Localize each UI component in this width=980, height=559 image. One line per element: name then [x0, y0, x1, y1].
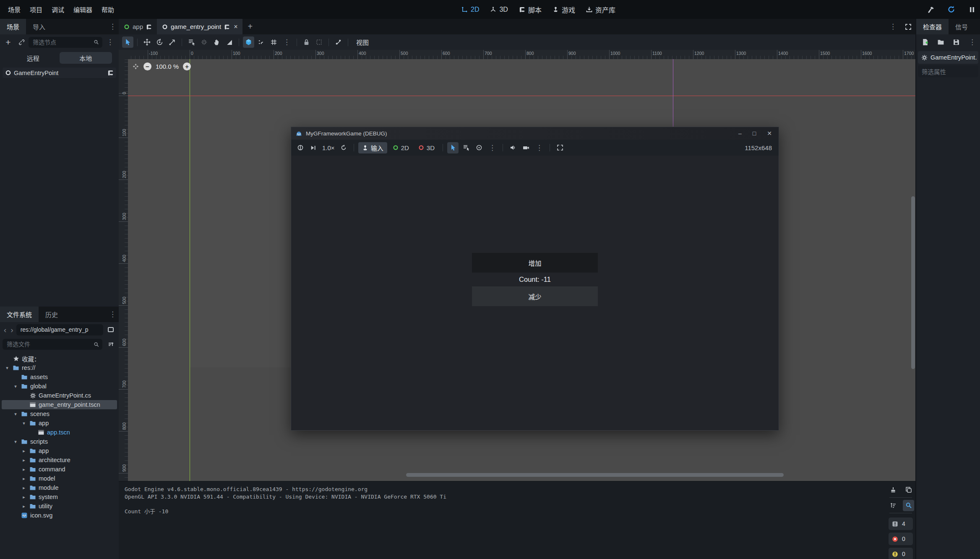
- expand-arrow-icon[interactable]: ▾: [4, 365, 10, 371]
- view-menu-button[interactable]: 视图: [352, 38, 373, 47]
- select-tool-button[interactable]: [122, 36, 133, 48]
- expand-arrow-icon[interactable]: ▾: [13, 384, 18, 389]
- tab-signals[interactable]: 信号: [949, 19, 975, 34]
- new-scene-tab-button[interactable]: +: [242, 19, 258, 34]
- edited-object-selector[interactable]: GameEntryPoint.: [918, 51, 978, 64]
- expand-arrow-icon[interactable]: ▸: [21, 467, 27, 472]
- expand-editor-icon[interactable]: [902, 21, 914, 32]
- scene-tree-menu-icon[interactable]: ⋮: [104, 39, 116, 46]
- game-select-tool-button[interactable]: [447, 142, 459, 153]
- error-count-badge[interactable]: 0: [889, 533, 913, 545]
- move-tool-button[interactable]: [141, 36, 153, 48]
- sort-files-icon[interactable]: [105, 339, 116, 350]
- collapse-duplicates-icon[interactable]: [887, 500, 899, 511]
- filter-files-input[interactable]: [6, 341, 91, 348]
- instance-scene-button[interactable]: [16, 36, 27, 48]
- expand-arrow-icon[interactable]: ▸: [21, 504, 27, 509]
- zoom-level[interactable]: 100.0 %: [156, 63, 179, 70]
- scene-tab-game-entry-point[interactable]: game_entry_point ×: [157, 19, 242, 34]
- filesystem-menu-icon[interactable]: ⋮: [107, 311, 119, 318]
- camera-override-icon[interactable]: [520, 142, 532, 153]
- file-tree-item[interactable]: ▾app: [2, 419, 117, 428]
- add-node-button[interactable]: +: [3, 36, 14, 48]
- camera-2d-button[interactable]: 2D: [389, 142, 413, 153]
- new-resource-icon[interactable]: [920, 36, 931, 48]
- file-tree-item[interactable]: ▸command: [2, 465, 117, 474]
- lock-node-button[interactable]: [301, 36, 312, 48]
- load-resource-icon[interactable]: [935, 36, 946, 48]
- save-resource-icon[interactable]: [951, 36, 962, 48]
- nav-forward-icon[interactable]: ›: [9, 326, 14, 334]
- mode-2d[interactable]: 2D: [461, 6, 479, 13]
- game-window-titlebar[interactable]: MyGFrameworkGame (DEBUG) – □ ✕: [291, 127, 779, 140]
- game-list-select-button[interactable]: [460, 142, 472, 153]
- maximize-window-button[interactable]: □: [753, 130, 756, 137]
- close-tab-icon[interactable]: ×: [233, 23, 237, 31]
- ruler-tool-button[interactable]: [224, 36, 235, 48]
- tab-history[interactable]: 历史: [39, 307, 65, 322]
- zoom-out-button[interactable]: −: [143, 62, 151, 70]
- camera-3d-button[interactable]: 3D: [414, 142, 438, 153]
- mode-3d[interactable]: 3D: [490, 6, 508, 13]
- skeleton-options-button[interactable]: [333, 36, 344, 48]
- camera-menu-icon[interactable]: ⋮: [533, 144, 545, 151]
- restart-game-icon[interactable]: [946, 4, 957, 15]
- scale-tool-button[interactable]: [167, 36, 178, 48]
- file-tree-item[interactable]: ▸utility: [2, 502, 117, 511]
- reset-speed-icon[interactable]: [338, 142, 349, 153]
- file-tree-item[interactable]: GameEntryPoint.cs: [2, 391, 117, 400]
- pan-tool-button[interactable]: [211, 36, 222, 48]
- expand-arrow-icon[interactable]: ▸: [21, 448, 27, 454]
- file-tree-item[interactable]: game_entry_point.tscn: [2, 400, 117, 409]
- file-tree-item[interactable]: ▸system: [2, 492, 117, 502]
- file-tree-item[interactable]: ▸app: [2, 446, 117, 455]
- mode-资产库[interactable]: 资产库: [586, 5, 615, 15]
- rotate-tool-button[interactable]: [154, 36, 165, 48]
- dock-menu-icon[interactable]: ⋮: [107, 23, 119, 30]
- mode-游戏[interactable]: 游戏: [553, 5, 575, 15]
- clear-output-icon[interactable]: [887, 484, 899, 496]
- zoom-in-button[interactable]: +: [183, 62, 191, 70]
- game-viewport[interactable]: 增加 Count: -11 减少: [291, 156, 779, 430]
- script-icon[interactable]: [107, 70, 114, 76]
- menu-item-1[interactable]: 项目: [25, 5, 47, 14]
- file-tree-item[interactable]: ▾scenes: [2, 409, 117, 419]
- menu-item-4[interactable]: 帮助: [97, 5, 119, 14]
- minimize-window-button[interactable]: –: [738, 130, 742, 137]
- grid-snap-dots-button[interactable]: [255, 36, 267, 48]
- input-mode-button[interactable]: 输入: [358, 142, 387, 153]
- split-view-icon[interactable]: [105, 324, 116, 335]
- tab-list-menu-icon[interactable]: ⋮: [887, 23, 899, 30]
- decrease-button[interactable]: 减少: [472, 286, 598, 306]
- snap-pixel-button[interactable]: [198, 36, 210, 48]
- debug-tool-icon[interactable]: [925, 4, 936, 15]
- expand-arrow-icon[interactable]: ▸: [21, 494, 27, 500]
- search-output-icon[interactable]: [903, 500, 914, 511]
- snap-options-menu-icon[interactable]: ⋮: [281, 39, 293, 46]
- center-view-icon[interactable]: [132, 63, 139, 70]
- file-tree-item[interactable]: ▸model: [2, 474, 117, 483]
- file-tree-item[interactable]: ▾global: [2, 382, 117, 391]
- expand-arrow-icon[interactable]: ▾: [21, 421, 27, 426]
- tab-import[interactable]: 导入: [26, 19, 52, 34]
- horizontal-scrollbar[interactable]: [406, 473, 784, 477]
- expand-arrow-icon[interactable]: ▾: [13, 411, 18, 417]
- menu-item-2[interactable]: 调试: [47, 5, 69, 14]
- tab-filesystem[interactable]: 文件系统: [0, 307, 39, 322]
- file-tree-item[interactable]: ▾res://: [2, 363, 117, 372]
- file-tree-item[interactable]: app.tscn: [2, 428, 117, 437]
- warning-count-badge[interactable]: 0: [889, 548, 913, 559]
- file-tree-item[interactable]: ▾scripts: [2, 437, 117, 446]
- menu-item-0[interactable]: 场景: [3, 5, 25, 14]
- remote-button[interactable]: 远程: [7, 52, 60, 64]
- file-tree-item[interactable]: ▸module: [2, 483, 117, 492]
- pause-game-icon[interactable]: [966, 4, 977, 15]
- file-tree-item[interactable]: icon.svg: [2, 511, 117, 520]
- embed-fullscreen-icon[interactable]: [554, 142, 566, 153]
- audio-mute-icon[interactable]: [507, 142, 519, 153]
- filter-properties-field[interactable]: 筛选属性: [918, 65, 978, 77]
- copy-output-icon[interactable]: [903, 484, 914, 496]
- visibility-icon[interactable]: [473, 142, 485, 153]
- message-count-badge[interactable]: 4: [889, 517, 913, 530]
- next-frame-icon[interactable]: [308, 142, 319, 153]
